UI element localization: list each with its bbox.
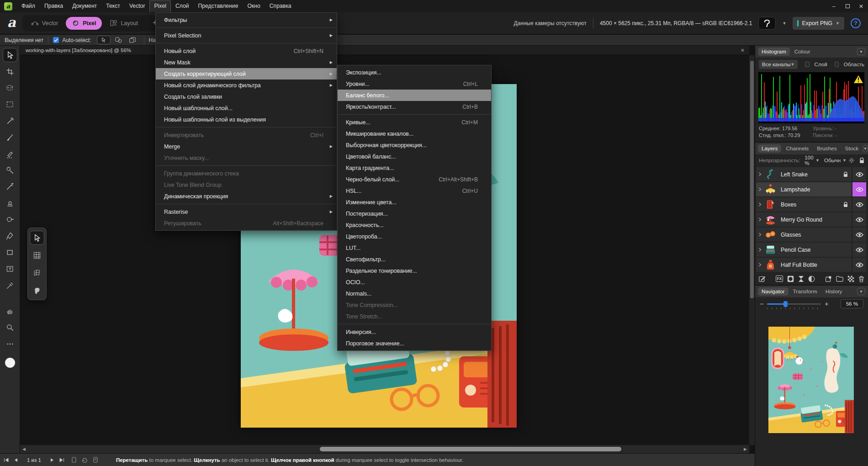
frame-text-tool[interactable] bbox=[3, 262, 17, 276]
layer-row[interactable]: Boxes bbox=[756, 197, 866, 212]
menu-Документ[interactable]: Документ bbox=[68, 0, 101, 12]
menu-Окно[interactable]: Окно bbox=[243, 0, 265, 12]
tab-stock[interactable]: Stock bbox=[842, 144, 863, 153]
tab-history[interactable]: History bbox=[822, 287, 846, 296]
select-copy-button[interactable] bbox=[127, 36, 138, 44]
first-page-icon[interactable] bbox=[4, 458, 9, 462]
layer-checkbox[interactable] bbox=[805, 62, 809, 67]
menu-item-инверсия-[interactable]: Инверсия... bbox=[338, 326, 491, 338]
tab-close-icon[interactable]: ✕ bbox=[741, 48, 745, 53]
menu-item-новый-слой-динамического-фильтра[interactable]: Новый слой динамического фильтра▶ bbox=[156, 79, 337, 91]
channels-select[interactable]: Все каналы ▼ bbox=[759, 60, 798, 69]
zoom-slider-knob[interactable] bbox=[783, 301, 788, 307]
dodge-tool[interactable] bbox=[3, 212, 17, 227]
menu-item-новый-слой[interactable]: Новый слойCtrl+Shift+N bbox=[156, 45, 337, 57]
marquee-tool[interactable] bbox=[3, 97, 17, 111]
selection-brush-tool[interactable] bbox=[3, 81, 17, 95]
gradient-icon[interactable] bbox=[808, 275, 815, 282]
tab-layers[interactable]: Layers bbox=[758, 144, 781, 153]
opacity-value[interactable]: 100 %▼ bbox=[804, 155, 820, 166]
menu-item-выборочная-цветокоррекция-[interactable]: Выборочная цветокоррекция... bbox=[338, 139, 491, 151]
panel-menu-chevron[interactable]: ▼ bbox=[863, 145, 868, 152]
fx-icon[interactable]: FX bbox=[776, 275, 783, 282]
menu-item-new-mask[interactable]: New Mask▶ bbox=[156, 57, 337, 68]
menu-item-lut-[interactable]: LUT... bbox=[338, 242, 491, 254]
menu-item-создать-корректирующий-слой[interactable]: Создать корректирующий слой▶ bbox=[156, 68, 337, 79]
tab-brushes[interactable]: Brushes bbox=[813, 144, 840, 153]
view-hand-tool[interactable] bbox=[3, 304, 17, 318]
new-pixel-layer-icon[interactable] bbox=[847, 275, 854, 282]
mask-icon[interactable] bbox=[787, 275, 794, 282]
prev-page-icon[interactable] bbox=[14, 458, 18, 462]
menu-item-светофильтр-[interactable]: Светофильтр... bbox=[338, 254, 491, 265]
menu-item-баланс-белого-[interactable]: Баланс белого... bbox=[338, 90, 491, 101]
paint-brush-tool[interactable] bbox=[3, 130, 17, 144]
layer-row[interactable]: Left Snake bbox=[756, 167, 866, 181]
layer-visibility-toggle[interactable] bbox=[852, 197, 866, 212]
menu-Справка[interactable]: Справка bbox=[265, 0, 296, 12]
expand-chevron-icon[interactable] bbox=[756, 217, 763, 222]
new-layer-icon[interactable] bbox=[825, 275, 832, 282]
clone-tool[interactable] bbox=[3, 196, 17, 210]
layer-row[interactable]: Pencil Case bbox=[756, 243, 866, 257]
expand-chevron-icon[interactable] bbox=[756, 233, 763, 237]
expand-chevron-icon[interactable] bbox=[756, 202, 763, 207]
next-page-icon[interactable] bbox=[50, 458, 54, 462]
tab-navigator[interactable]: Navigator bbox=[758, 287, 789, 296]
layer-visibility-toggle[interactable] bbox=[852, 228, 866, 242]
layer-visibility-toggle[interactable] bbox=[852, 258, 866, 272]
menu-item-яркость/контраст-[interactable]: Яркость/контраст...Ctrl+B bbox=[338, 101, 491, 112]
move-tool[interactable] bbox=[3, 48, 17, 62]
layer-row[interactable]: Half Full Bottle bbox=[756, 258, 866, 272]
menu-item-уровни-[interactable]: Уровни...Ctrl+L bbox=[338, 78, 491, 90]
pixel-tool[interactable] bbox=[3, 147, 17, 161]
sync-view-icon[interactable] bbox=[82, 457, 88, 463]
crop-tool[interactable] bbox=[3, 64, 17, 79]
colour-picker-tool[interactable] bbox=[3, 278, 17, 292]
zoom-value[interactable]: 56 % bbox=[841, 299, 863, 308]
layer-visibility-toggle[interactable] bbox=[852, 182, 866, 196]
menu-item-цветопроба-[interactable]: Цветопроба... bbox=[338, 231, 491, 242]
colour-replacement-tool[interactable] bbox=[3, 163, 17, 177]
menu-item-rasterise[interactable]: Rasterise▶ bbox=[156, 206, 337, 217]
layer-visibility-toggle[interactable] bbox=[852, 243, 866, 257]
colour-swatch[interactable] bbox=[5, 358, 15, 368]
cursor-mode-button[interactable] bbox=[97, 36, 111, 44]
menu-item-ocio-[interactable]: OCIO... bbox=[338, 276, 491, 288]
edit-mask-icon[interactable] bbox=[759, 275, 766, 282]
zoom-in-button[interactable]: + bbox=[825, 300, 828, 307]
layer-row[interactable]: Lampshade bbox=[756, 182, 866, 196]
vertical-scrollbar-thumb[interactable] bbox=[750, 61, 754, 298]
menu-item-фильтры[interactable]: Фильтры▶ bbox=[156, 14, 337, 26]
horizontal-scrollbar-thumb[interactable] bbox=[320, 447, 621, 451]
healing-tool[interactable] bbox=[3, 114, 17, 128]
menu-item-изменение-цвета-[interactable]: Изменение цвета... bbox=[338, 196, 491, 208]
page-preview-icon[interactable] bbox=[72, 457, 76, 463]
help-button[interactable]: ? bbox=[851, 18, 861, 28]
group-folder-icon[interactable] bbox=[836, 275, 843, 282]
menu-item-создать-слой-заливки[interactable]: Создать слой заливки bbox=[156, 91, 337, 102]
menu-Правка[interactable]: Правка bbox=[40, 0, 68, 12]
menu-item-черно-белый-слой-[interactable]: Черно-белый слой...Ctrl+Alt+Shift+B bbox=[338, 174, 491, 185]
adjustment-icon[interactable] bbox=[798, 275, 804, 282]
menu-item-кривые-[interactable]: Кривые...Ctrl+M bbox=[338, 116, 491, 128]
menu-Файл[interactable]: Файл bbox=[17, 0, 40, 12]
menu-item-экспозиция-[interactable]: Экспозиция... bbox=[338, 67, 491, 78]
blend-mode-select[interactable]: Обычн▼ bbox=[824, 158, 847, 163]
menu-item-pixel-selection[interactable]: Pixel Selection▶ bbox=[156, 30, 337, 41]
delete-layer-icon[interactable] bbox=[858, 275, 864, 282]
menu-item-новый-шаблонный-слой-[interactable]: Новый шаблонный слой... bbox=[156, 102, 337, 114]
tab-channels[interactable]: Channels bbox=[782, 144, 812, 153]
page-preview2-icon[interactable] bbox=[93, 457, 98, 463]
menu-Текст[interactable]: Текст bbox=[101, 0, 125, 12]
mesh-warp-tool[interactable] bbox=[30, 248, 44, 262]
assistant-dropdown-chevron[interactable]: ▼ bbox=[782, 21, 786, 26]
lock-icon[interactable] bbox=[859, 158, 864, 164]
expand-chevron-icon[interactable] bbox=[756, 172, 763, 176]
expand-chevron-icon[interactable] bbox=[756, 248, 763, 252]
menu-item-раздельное-тонирование-[interactable]: Раздельное тонирование... bbox=[338, 265, 491, 276]
persona-layout-button[interactable]: Layout bbox=[104, 17, 144, 30]
tab-transform[interactable]: Transform bbox=[789, 287, 821, 296]
export-png-button[interactable]: Export PNG ▼ bbox=[793, 17, 844, 30]
zoom-tool[interactable] bbox=[3, 320, 17, 334]
